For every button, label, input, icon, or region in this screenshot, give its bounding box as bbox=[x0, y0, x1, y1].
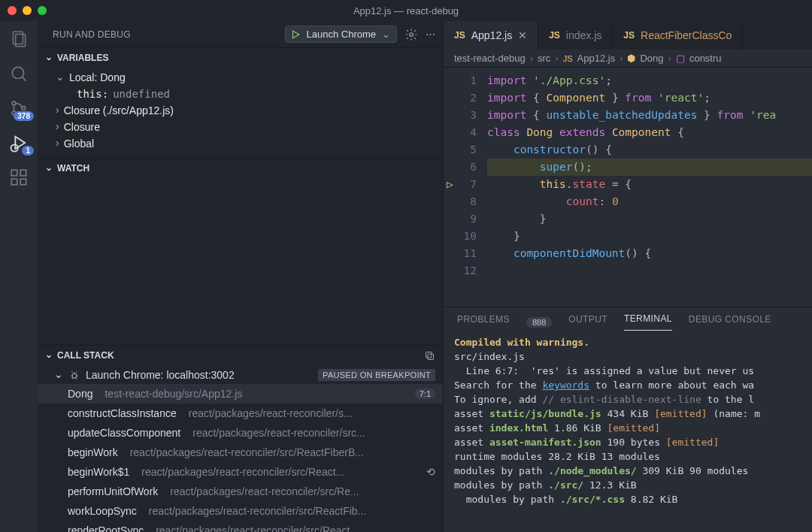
callstack-frame[interactable]: beginWork$1react/packages/react-reconcil… bbox=[38, 462, 443, 482]
restart-frame-icon[interactable]: ⟲ bbox=[426, 466, 435, 478]
callstack-session[interactable]: Launch Chrome: localhost:3002 PAUSED ON … bbox=[38, 366, 443, 384]
callstack-frame[interactable]: Dongtest-react-debug/src/App12.js7:1 bbox=[38, 384, 443, 404]
search-icon[interactable] bbox=[8, 63, 29, 84]
svg-rect-9 bbox=[11, 170, 17, 176]
method-icon: ▢ bbox=[676, 53, 685, 64]
svg-point-4 bbox=[12, 101, 16, 105]
section-watch[interactable]: WATCH bbox=[38, 158, 443, 178]
terminal-output[interactable]: Compiled with warnings.src/index.js Line… bbox=[444, 331, 812, 532]
sidebar-title: RUN AND DEBUG bbox=[53, 29, 131, 40]
frame-path: react/packages/react-reconciler/src/Reac… bbox=[149, 505, 429, 517]
js-icon: JS bbox=[563, 54, 573, 63]
chevron-right-icon bbox=[56, 138, 59, 150]
breadcrumb-item[interactable]: Dong bbox=[640, 53, 663, 64]
breadcrumb-item[interactable]: constru bbox=[689, 53, 722, 64]
svg-marker-13 bbox=[292, 31, 298, 38]
code-lines[interactable]: import './App.css';import { Component } … bbox=[487, 68, 812, 307]
panel-tabs: PROBLEMS888OUTPUTTERMINALDEBUG CONSOLE bbox=[444, 307, 812, 331]
minimize-window-icon[interactable] bbox=[23, 6, 32, 15]
panel-tab-output[interactable]: OUTPUT bbox=[568, 314, 607, 331]
editor-tab[interactable]: JSReactFiberClassCo bbox=[613, 21, 743, 50]
frame-path: react/packages/react-reconciler/src... bbox=[192, 427, 429, 439]
position-badge: 7:1 bbox=[415, 388, 435, 399]
bug-icon bbox=[69, 370, 80, 380]
more-icon[interactable]: ⋯ bbox=[426, 29, 435, 40]
panel-tab-terminal[interactable]: TERMINAL bbox=[624, 313, 672, 331]
explorer-icon[interactable] bbox=[8, 29, 29, 50]
svg-point-14 bbox=[410, 32, 414, 36]
variables-body: Local: Dong this: undefined Closure (./s… bbox=[38, 68, 443, 158]
frame-fn: beginWork$1 bbox=[68, 466, 129, 478]
frame-fn: constructClassInstance bbox=[68, 407, 177, 419]
chevron-down-icon bbox=[45, 53, 53, 63]
class-icon: ⬢ bbox=[627, 53, 635, 64]
frame-path: react/packages/react-reconciler/src/Reac… bbox=[130, 446, 429, 458]
svg-rect-15 bbox=[428, 354, 434, 360]
callstack-frame[interactable]: updateClassComponentreact/packages/react… bbox=[38, 423, 443, 443]
code-editor[interactable]: 123456▷789101112 import './App.css';impo… bbox=[444, 68, 812, 307]
svg-rect-16 bbox=[426, 352, 432, 358]
copy-icon[interactable] bbox=[424, 350, 435, 361]
editor-tab[interactable]: JSApp12.js✕ bbox=[444, 21, 538, 50]
editor-group: JSApp12.js✕JSindex.jsJSReactFiberClassCo… bbox=[444, 21, 812, 532]
js-icon: JS bbox=[549, 30, 560, 41]
breadcrumb[interactable]: test-react-debug›src›JSApp12.js›⬢Dong›▢c… bbox=[444, 50, 812, 68]
frame-path: react/packages/react-reconciler/src/Re..… bbox=[170, 485, 429, 497]
chevron-down-icon: ⌄ bbox=[382, 29, 390, 40]
close-icon[interactable]: ✕ bbox=[518, 29, 527, 41]
source-control-icon[interactable]: 378 bbox=[8, 98, 29, 119]
scope-local[interactable]: Local: Dong bbox=[38, 69, 443, 86]
titlebar: App12.js — react-debug bbox=[0, 0, 812, 21]
svg-rect-1 bbox=[16, 35, 26, 47]
window-title: App12.js — react-debug bbox=[353, 5, 459, 17]
callstack-frame[interactable]: performUnitOfWorkreact/packages/react-re… bbox=[38, 482, 443, 501]
scope-closure[interactable]: Closure bbox=[38, 119, 443, 135]
line-gutter: 123456▷789101112 bbox=[444, 68, 487, 307]
callstack-frame[interactable]: workLoopSyncreact/packages/react-reconci… bbox=[38, 501, 443, 521]
tab-label: App12.js bbox=[471, 29, 512, 41]
scm-badge: 378 bbox=[14, 111, 34, 121]
js-icon: JS bbox=[454, 30, 465, 41]
extensions-icon[interactable] bbox=[8, 167, 29, 188]
panel-tab-debug-console[interactable]: DEBUG CONSOLE bbox=[689, 314, 771, 331]
panel-tab-problems[interactable]: PROBLEMS bbox=[457, 314, 510, 331]
frame-path: test-react-debug/src/App12.js bbox=[105, 388, 408, 400]
svg-rect-12 bbox=[20, 179, 26, 185]
breadcrumb-item[interactable]: src bbox=[538, 53, 550, 64]
debug-badge: 1 bbox=[22, 146, 34, 156]
scope-closure-file[interactable]: Closure (./src/App12.js) bbox=[38, 102, 443, 119]
breadcrumb-item[interactable]: test-react-debug bbox=[454, 53, 526, 64]
section-callstack[interactable]: CALL STACK bbox=[38, 345, 443, 366]
play-icon bbox=[290, 29, 301, 40]
js-icon: JS bbox=[623, 30, 635, 41]
close-window-icon[interactable] bbox=[8, 6, 17, 15]
debug-sidebar: RUN AND DEBUG Launch Chrome ⌄ ⋯ VARIABLE… bbox=[38, 21, 444, 532]
tab-label: index.js bbox=[566, 29, 601, 41]
section-variables[interactable]: VARIABLES bbox=[38, 47, 443, 68]
breadcrumb-item[interactable]: App12.js bbox=[577, 53, 616, 64]
chevron-down-icon bbox=[45, 350, 53, 361]
frame-fn: beginWork bbox=[68, 446, 118, 458]
callstack-frame[interactable]: constructClassInstancereact/packages/rea… bbox=[38, 404, 443, 423]
chevron-down-icon bbox=[54, 369, 63, 381]
editor-tab[interactable]: JSindex.js bbox=[538, 21, 613, 50]
callstack-frame[interactable]: beginWorkreact/packages/react-reconciler… bbox=[38, 443, 443, 462]
frame-fn: workLoopSync bbox=[68, 505, 137, 517]
bottom-panel: PROBLEMS888OUTPUTTERMINALDEBUG CONSOLE C… bbox=[444, 307, 812, 532]
variable-this[interactable]: this: undefined bbox=[38, 86, 443, 102]
tab-label: ReactFiberClassCo bbox=[641, 29, 732, 41]
sidebar-header: RUN AND DEBUG Launch Chrome ⌄ ⋯ bbox=[38, 21, 443, 47]
window-controls bbox=[8, 6, 47, 15]
launch-config-dropdown[interactable]: Launch Chrome ⌄ bbox=[285, 26, 398, 43]
frame-path: react/packages/react-reconciler/src/Reac… bbox=[141, 466, 420, 478]
scope-global[interactable]: Global bbox=[38, 135, 443, 152]
problems-count: 888 bbox=[526, 317, 552, 328]
svg-rect-10 bbox=[20, 170, 26, 176]
launch-config-label: Launch Chrome bbox=[307, 29, 377, 40]
run-debug-icon[interactable]: 1 bbox=[8, 132, 29, 153]
gear-icon[interactable] bbox=[404, 28, 418, 41]
callstack-frame[interactable]: renderRootSyncreact/packages/react-recon… bbox=[38, 521, 443, 533]
callstack-body: Launch Chrome: localhost:3002 PAUSED ON … bbox=[38, 366, 443, 533]
maximize-window-icon[interactable] bbox=[38, 6, 47, 15]
activity-bar: 378 1 bbox=[0, 21, 38, 532]
